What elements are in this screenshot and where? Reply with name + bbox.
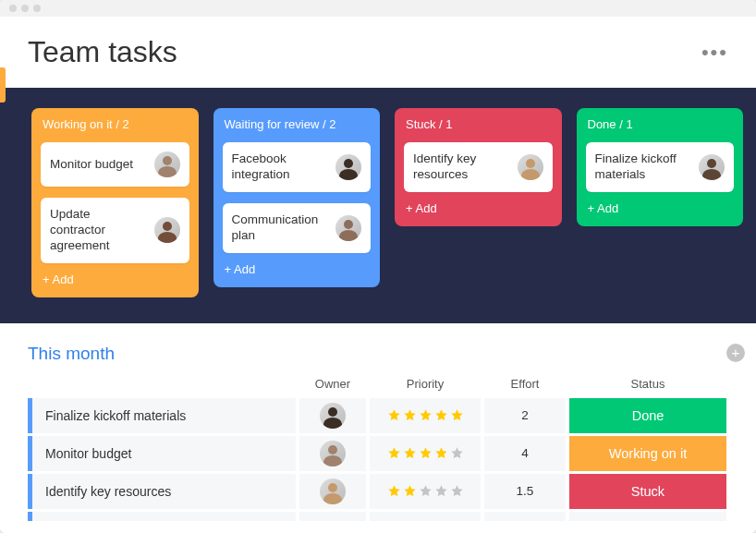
kanban-column-working: Working on it / 2Monitor budgetUpdate co… bbox=[31, 108, 199, 297]
more-options-icon[interactable]: ••• bbox=[701, 41, 728, 65]
kanban-column-waiting: Waiting for review / 2Facebook integrati… bbox=[213, 108, 381, 287]
star-icon bbox=[419, 408, 433, 422]
active-page-indicator bbox=[0, 67, 6, 103]
column-header-priority[interactable]: Priority bbox=[370, 373, 481, 398]
add-card-button[interactable]: + Add bbox=[586, 201, 735, 215]
star-icon bbox=[434, 446, 448, 460]
window-dot bbox=[9, 5, 17, 12]
kanban-card[interactable]: Finalize kickoff materials bbox=[586, 142, 735, 192]
effort-cell[interactable]: 1.5 bbox=[484, 474, 566, 509]
table-row-stub bbox=[484, 512, 566, 521]
kanban-card[interactable]: Facebook integration bbox=[223, 142, 372, 192]
card-title: Communication plan bbox=[232, 212, 329, 244]
card-title: Update contractor agreement bbox=[50, 207, 147, 254]
star-icon bbox=[450, 446, 464, 460]
avatar[interactable] bbox=[154, 151, 180, 177]
column-header[interactable]: Done / 1 bbox=[586, 117, 735, 131]
column-header[interactable]: Waiting for review / 2 bbox=[223, 117, 372, 131]
avatar[interactable] bbox=[518, 154, 543, 180]
task-name-cell[interactable]: Finalize kickoff materials bbox=[28, 398, 296, 433]
column-header-owner[interactable]: Owner bbox=[299, 373, 366, 398]
window-dot bbox=[33, 5, 41, 12]
kanban-column-stuck: Stuck / 1Identify key resources+ Add bbox=[395, 108, 562, 226]
table-row-stub bbox=[299, 512, 366, 521]
kanban-column-done: Done / 1Finalize kickoff materials+ Add bbox=[577, 108, 744, 226]
star-icon bbox=[387, 408, 401, 422]
column-header-name[interactable] bbox=[28, 380, 296, 391]
avatar[interactable] bbox=[335, 154, 361, 180]
card-title: Identify key resources bbox=[413, 151, 510, 183]
star-icon bbox=[387, 484, 401, 498]
card-title: Facebook integration bbox=[232, 151, 329, 183]
kanban-board: Working on it / 2Monitor budgetUpdate co… bbox=[0, 88, 756, 323]
avatar[interactable] bbox=[335, 215, 361, 241]
add-card-button[interactable]: + Add bbox=[223, 262, 372, 276]
avatar[interactable] bbox=[320, 478, 346, 504]
page-header: Team tasks ••• bbox=[0, 17, 756, 88]
add-card-button[interactable]: + Add bbox=[404, 201, 553, 215]
add-column-button[interactable]: + bbox=[726, 344, 745, 362]
star-icon bbox=[387, 446, 401, 460]
card-title: Finalize kickoff materials bbox=[595, 151, 692, 183]
avatar[interactable] bbox=[154, 217, 180, 243]
star-icon bbox=[450, 484, 464, 498]
effort-cell[interactable]: 4 bbox=[484, 436, 566, 471]
status-cell[interactable]: Stuck bbox=[569, 474, 726, 509]
star-icon bbox=[434, 484, 448, 498]
star-icon bbox=[419, 446, 433, 460]
card-title: Monitor budget bbox=[50, 157, 147, 173]
priority-cell[interactable] bbox=[370, 398, 481, 433]
table-row-stub bbox=[370, 512, 481, 521]
kanban-card[interactable]: Monitor budget bbox=[41, 142, 189, 187]
kanban-card[interactable]: Update contractor agreement bbox=[41, 198, 189, 263]
table-section: + This month OwnerPriorityEffortStatusFi… bbox=[0, 323, 756, 533]
owner-cell[interactable] bbox=[299, 398, 366, 433]
owner-cell[interactable] bbox=[299, 436, 366, 471]
column-header[interactable]: Stuck / 1 bbox=[404, 117, 553, 131]
avatar[interactable] bbox=[320, 403, 346, 429]
column-header-status[interactable]: Status bbox=[569, 373, 726, 398]
effort-cell[interactable]: 2 bbox=[484, 398, 566, 433]
owner-cell[interactable] bbox=[299, 474, 366, 509]
star-icon bbox=[403, 446, 417, 460]
kanban-card[interactable]: Identify key resources bbox=[404, 142, 553, 192]
avatar[interactable] bbox=[320, 441, 346, 466]
task-name-cell[interactable]: Identify key resources bbox=[28, 474, 296, 509]
star-icon bbox=[434, 408, 448, 422]
table-row-stub bbox=[569, 512, 726, 521]
status-cell[interactable]: Done bbox=[569, 398, 726, 433]
avatar[interactable] bbox=[699, 154, 725, 180]
kanban-card[interactable]: Communication plan bbox=[223, 203, 372, 253]
star-icon bbox=[419, 484, 433, 498]
window-titlebar bbox=[0, 0, 756, 17]
star-icon bbox=[403, 408, 417, 422]
window-dot bbox=[21, 5, 29, 12]
star-icon bbox=[450, 408, 464, 422]
column-header[interactable]: Working on it / 2 bbox=[41, 117, 189, 131]
column-header-effort[interactable]: Effort bbox=[484, 373, 566, 398]
add-card-button[interactable]: + Add bbox=[41, 273, 189, 286]
table-row-stub bbox=[28, 512, 296, 521]
status-cell[interactable]: Working on it bbox=[569, 436, 726, 471]
section-title[interactable]: This month bbox=[28, 344, 743, 364]
star-icon bbox=[403, 484, 417, 498]
task-name-cell[interactable]: Monitor budget bbox=[28, 436, 296, 471]
page-title: Team tasks bbox=[28, 35, 177, 69]
priority-cell[interactable] bbox=[370, 474, 481, 509]
task-table: OwnerPriorityEffortStatusFinalize kickof… bbox=[28, 373, 743, 521]
priority-cell[interactable] bbox=[370, 436, 481, 471]
